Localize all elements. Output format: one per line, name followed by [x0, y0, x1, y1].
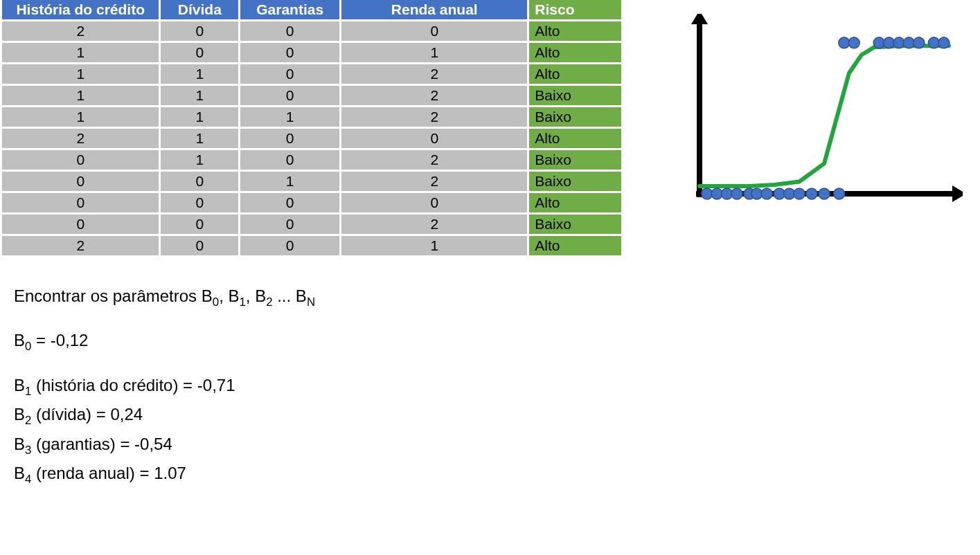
- table-cell: 0: [240, 192, 341, 214]
- table-cell: 0: [341, 128, 528, 149]
- b2-line: B2 (dívida) = 0,24: [14, 403, 980, 428]
- table-cell-risk: Baixo: [528, 85, 623, 107]
- svg-marker-3: [691, 14, 708, 24]
- table-cell: 1: [1, 42, 160, 64]
- th-historia: História do crédito: [1, 0, 160, 21]
- svg-point-14: [806, 188, 817, 199]
- table-cell: 2: [341, 214, 528, 235]
- table-row: 2001Alto: [1, 235, 623, 257]
- table-cell-risk: Alto: [528, 21, 623, 42]
- parameters-text: Encontrar os parâmetros B0, B1, B2 ... B…: [14, 285, 980, 488]
- svg-point-16: [834, 188, 845, 199]
- data-table: História do crédito Dívida Garantias Ren…: [0, 0, 623, 257]
- svg-point-6: [722, 188, 733, 199]
- table-cell-risk: Alto: [528, 64, 623, 85]
- th-renda: Renda anual: [341, 0, 528, 21]
- table-cell: 0: [1, 171, 160, 192]
- table-cell: 2: [1, 235, 160, 257]
- svg-point-18: [848, 37, 859, 48]
- table-cell-risk: Baixo: [528, 107, 623, 128]
- table-cell: 0: [160, 214, 240, 235]
- table-cell: 0: [160, 235, 240, 257]
- table-cell: 1: [160, 128, 240, 149]
- table-cell: 0: [160, 21, 240, 42]
- table-cell: 0: [240, 235, 341, 257]
- table-cell-risk: Baixo: [528, 214, 623, 235]
- table-cell-risk: Alto: [528, 192, 623, 214]
- table-cell: 0: [341, 192, 528, 214]
- th-garantias: Garantias: [240, 0, 341, 21]
- table-cell: 2: [341, 85, 528, 107]
- sigmoid-chart: [665, 14, 963, 224]
- table-cell: 0: [1, 149, 160, 171]
- table-cell: 0: [240, 214, 341, 235]
- table-cell: 0: [160, 171, 240, 192]
- table-cell: 0: [160, 192, 240, 214]
- table-cell: 2: [341, 107, 528, 128]
- svg-point-4: [702, 188, 713, 199]
- table-cell: 1: [160, 64, 240, 85]
- b3-line: B3 (garantias) = -0,54: [14, 433, 980, 458]
- table-cell: 1: [160, 85, 240, 107]
- svg-point-24: [928, 37, 939, 48]
- table-cell: 0: [240, 42, 341, 64]
- table-cell: 1: [1, 85, 160, 107]
- th-divida: Dívida: [160, 0, 240, 21]
- table-row: 0102Baixo: [1, 149, 623, 171]
- svg-point-7: [731, 188, 742, 199]
- table-row: 0012Baixo: [1, 171, 623, 192]
- table-cell: 1: [240, 107, 341, 128]
- table-row: 1001Alto: [1, 42, 623, 64]
- b1-line: B1 (história do crédito) = -0,71: [14, 374, 980, 399]
- svg-point-12: [784, 188, 795, 199]
- svg-point-15: [819, 188, 830, 199]
- table-cell: 0: [341, 21, 528, 42]
- table-cell: 1: [341, 42, 528, 64]
- table-cell: 1: [240, 171, 341, 192]
- svg-marker-1: [952, 185, 963, 202]
- table-cell: 1: [341, 235, 528, 257]
- table-cell: 0: [240, 149, 341, 171]
- svg-point-9: [751, 188, 763, 199]
- table-cell: 2: [1, 21, 160, 42]
- table-row: 2000Alto: [1, 21, 623, 42]
- svg-point-13: [794, 188, 805, 199]
- table-row: 1112Baixo: [1, 107, 623, 128]
- svg-point-11: [774, 188, 785, 199]
- b4-line: B4 (renda anual) = 1.07: [14, 462, 980, 487]
- table-header-row: História do crédito Dívida Garantias Ren…: [1, 0, 623, 21]
- svg-point-5: [711, 188, 722, 199]
- b0-line: B0 = -0,12: [14, 329, 980, 354]
- svg-point-20: [884, 37, 895, 48]
- table-cell: 1: [160, 149, 240, 171]
- table-cell: 1: [160, 107, 240, 128]
- svg-point-21: [893, 37, 905, 48]
- table-row: 1102Baixo: [1, 85, 623, 107]
- table-cell: 0: [240, 21, 341, 42]
- table-cell: 0: [240, 64, 341, 85]
- svg-point-10: [761, 188, 772, 199]
- table-cell-risk: Alto: [528, 42, 623, 64]
- table-cell: 0: [1, 192, 160, 214]
- table-cell: 2: [341, 171, 528, 192]
- table-cell-risk: Alto: [528, 128, 623, 149]
- table-cell: 1: [1, 64, 160, 85]
- table-cell-risk: Alto: [528, 235, 623, 257]
- table-cell: 2: [341, 149, 528, 171]
- table-cell: 0: [240, 85, 341, 107]
- table-row: 1102Alto: [1, 64, 623, 85]
- table-cell-risk: Baixo: [528, 171, 623, 192]
- table-cell: 0: [240, 128, 341, 149]
- table-cell: 1: [1, 107, 160, 128]
- th-risco: Risco: [528, 0, 623, 21]
- table-row: 2100Alto: [1, 128, 623, 149]
- find-params-line: Encontrar os parâmetros B0, B1, B2 ... B…: [14, 285, 980, 310]
- svg-point-19: [873, 37, 884, 48]
- svg-point-25: [938, 37, 950, 48]
- table-row: 0000Alto: [1, 192, 623, 214]
- svg-point-22: [903, 37, 914, 48]
- table-cell: 2: [341, 64, 528, 85]
- svg-point-17: [839, 37, 850, 48]
- table-cell-risk: Baixo: [528, 149, 623, 171]
- svg-point-23: [914, 37, 925, 48]
